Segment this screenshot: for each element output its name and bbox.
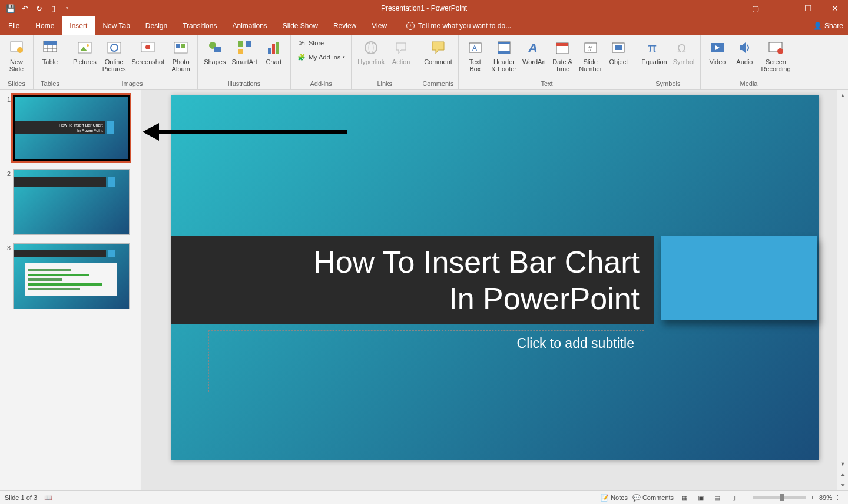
textbox-button[interactable]: A Text Box: [462, 37, 488, 74]
photo-album-button[interactable]: Photo Album: [168, 37, 194, 74]
qat-dropdown-icon[interactable]: ▾: [62, 4, 72, 13]
tell-me-placeholder: Tell me what you want to do...: [418, 22, 511, 30]
screen-recording-button[interactable]: Screen Recording: [758, 37, 793, 74]
vertical-scrollbar[interactable]: ▲ ▼ ⏶ ⏷: [837, 90, 848, 490]
header-footer-icon: [495, 38, 514, 57]
svg-rect-21: [246, 41, 251, 47]
tab-review[interactable]: Review: [326, 16, 364, 35]
group-links: Hyperlink Action Links: [352, 35, 418, 89]
svg-text:A: A: [528, 41, 538, 55]
slide-number-button[interactable]: # Slide Number: [577, 37, 604, 74]
comments-button[interactable]: 💬Comments: [632, 494, 674, 502]
save-icon[interactable]: 💾: [6, 4, 15, 13]
slide-thumbnail-panel[interactable]: 1 How To Insert Bar Chart In PowerPoint …: [0, 90, 141, 490]
tab-view[interactable]: View: [364, 16, 395, 35]
undo-icon[interactable]: ↶: [20, 4, 29, 13]
header-footer-button[interactable]: Header & Footer: [489, 37, 519, 74]
slide-title[interactable]: How To Insert Bar Chart In PowerPoint: [313, 244, 640, 317]
slide-counter[interactable]: Slide 1 of 3: [5, 494, 37, 501]
minimize-button[interactable]: —: [768, 0, 795, 16]
video-button[interactable]: Video: [704, 37, 730, 67]
slide-editor-area[interactable]: How To Insert Bar Chart In PowerPoint Cl…: [141, 90, 848, 490]
notes-icon: 📝: [601, 494, 609, 502]
object-button[interactable]: Object: [605, 37, 631, 67]
window-title: Presentation1 - PowerPoint: [381, 4, 467, 12]
ribbon-display-options-icon[interactable]: ▢: [742, 0, 768, 16]
ribbon: New Slide Slides Table Tables Pictures O…: [0, 35, 848, 90]
svg-marker-46: [740, 42, 746, 53]
tab-animations[interactable]: Animations: [224, 16, 274, 35]
tell-me-search[interactable]: ♀ Tell me what you want to do...: [406, 16, 511, 35]
zoom-level[interactable]: 89%: [819, 494, 832, 501]
audio-button[interactable]: Audio: [731, 37, 757, 67]
chart-button[interactable]: Chart: [261, 37, 287, 67]
slide-sorter-icon[interactable]: ▣: [695, 493, 707, 502]
normal-view-icon[interactable]: ▦: [678, 493, 690, 502]
new-slide-button[interactable]: New Slide: [4, 37, 29, 74]
online-pictures-button[interactable]: Online Pictures: [100, 37, 128, 74]
zoom-slider[interactable]: [753, 496, 806, 499]
tab-file[interactable]: File: [0, 16, 28, 35]
notes-button[interactable]: 📝Notes: [601, 494, 628, 502]
group-addins: 🛍 Store 🧩 My Add-ins ▾ Add-ins: [291, 35, 352, 89]
screenshot-icon: [138, 38, 157, 57]
svg-rect-7: [44, 41, 57, 45]
start-from-beginning-icon[interactable]: ▯: [48, 4, 58, 13]
thumbnail-slide-1[interactable]: 1 How To Insert Bar Chart In PowerPoint: [2, 95, 138, 161]
audio-icon: [735, 38, 754, 57]
prev-slide-icon[interactable]: ⏶: [837, 469, 848, 480]
group-images: Pictures Online Pictures Screenshot Phot…: [67, 35, 198, 89]
symbol-button[interactable]: Ω Symbol: [671, 37, 697, 67]
equation-button[interactable]: π Equation: [639, 37, 669, 67]
zoom-in-button[interactable]: +: [811, 494, 814, 501]
hyperlink-button[interactable]: Hyperlink: [355, 37, 387, 67]
my-addins-button[interactable]: 🧩 My Add-ins ▾: [294, 51, 347, 63]
svg-rect-37: [556, 43, 568, 46]
reading-view-icon[interactable]: ▤: [711, 493, 723, 502]
lightbulb-icon: ♀: [406, 22, 415, 30]
tab-design[interactable]: Design: [138, 16, 175, 35]
zoom-out-button[interactable]: −: [744, 494, 748, 501]
object-icon: [609, 38, 628, 57]
fit-to-window-icon[interactable]: ⛶: [837, 494, 843, 501]
action-button[interactable]: Action: [388, 37, 414, 67]
maximize-button[interactable]: ☐: [795, 0, 822, 16]
tab-slideshow[interactable]: Slide Show: [275, 16, 326, 35]
thumbnail-slide-2[interactable]: 2: [2, 169, 138, 235]
comment-button[interactable]: Comment: [422, 37, 455, 67]
spellcheck-icon[interactable]: 📖: [44, 494, 52, 502]
date-time-button[interactable]: Date & Time: [549, 37, 575, 74]
scroll-up-icon[interactable]: ▲: [837, 90, 848, 101]
close-button[interactable]: ✕: [822, 0, 848, 16]
wordart-button[interactable]: A WordArt: [520, 37, 548, 67]
tab-transitions[interactable]: Transitions: [175, 16, 224, 35]
thumbnail-preview-2: [13, 169, 130, 235]
store-icon: 🛍: [297, 38, 306, 48]
addins-icon: 🧩: [297, 52, 306, 62]
tab-newtab[interactable]: New Tab: [95, 16, 137, 35]
svg-rect-24: [272, 44, 275, 54]
table-button[interactable]: Table: [37, 37, 63, 67]
thumbnail-slide-3[interactable]: 3: [2, 243, 138, 309]
slide-number-icon: #: [581, 38, 600, 57]
slideshow-view-icon[interactable]: ▯: [728, 493, 740, 502]
quick-access-toolbar: 💾 ↶ ↻ ▯ ▾: [0, 4, 72, 13]
store-button[interactable]: 🛍 Store: [294, 37, 347, 49]
smartart-button[interactable]: SmartArt: [229, 37, 259, 67]
smartart-icon: [235, 38, 254, 57]
screenshot-button[interactable]: Screenshot: [130, 37, 167, 67]
subtitle-placeholder[interactable]: Click to add subtitle: [208, 330, 644, 392]
svg-point-10: [87, 44, 89, 47]
main-slide[interactable]: How To Insert Bar Chart In PowerPoint Cl…: [171, 95, 819, 460]
tab-insert[interactable]: Insert: [62, 16, 95, 35]
shapes-icon: [206, 38, 224, 57]
next-slide-icon[interactable]: ⏷: [837, 480, 848, 490]
scroll-down-icon[interactable]: ▼: [837, 459, 848, 469]
tab-home[interactable]: Home: [28, 16, 62, 35]
share-button[interactable]: 👤 Share: [813, 16, 843, 35]
pictures-button[interactable]: Pictures: [71, 37, 99, 67]
shapes-button[interactable]: Shapes: [201, 37, 228, 67]
title-container[interactable]: How To Insert Bar Chart In PowerPoint: [171, 236, 654, 324]
comment-icon: [429, 38, 448, 57]
redo-icon[interactable]: ↻: [34, 4, 44, 13]
